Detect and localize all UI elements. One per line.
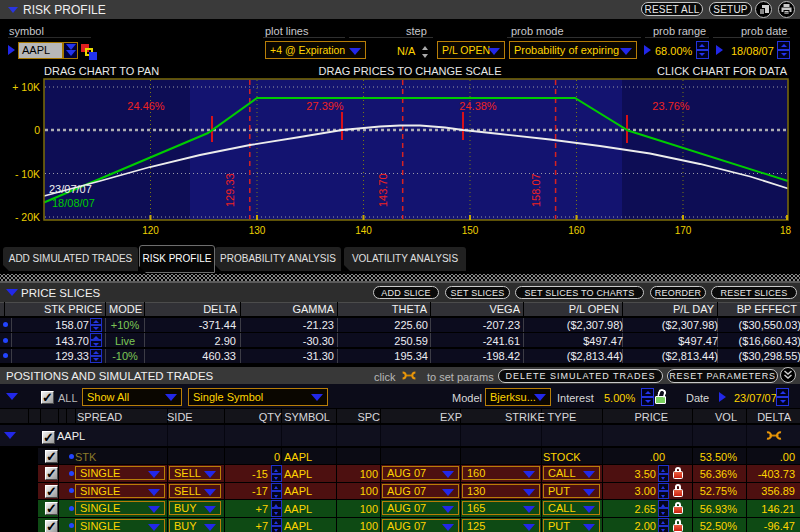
svg-text:160: 160	[568, 225, 585, 236]
svg-text:+ 10K: + 10K	[12, 81, 40, 93]
svg-text:158.07: 158.07	[530, 173, 542, 207]
svg-text:24.46%: 24.46%	[127, 100, 165, 112]
svg-text:143.70: 143.70	[377, 173, 389, 207]
svg-text:170: 170	[675, 225, 692, 236]
svg-text:129.33: 129.33	[224, 173, 236, 207]
svg-text:23/07/07: 23/07/07	[49, 183, 92, 195]
svg-text:- 20K: - 20K	[15, 211, 40, 223]
svg-text:18/08/07: 18/08/07	[52, 197, 95, 209]
svg-text:DRAG CHART TO PAN: DRAG CHART TO PAN	[44, 65, 159, 77]
svg-text:0: 0	[34, 124, 40, 136]
svg-text:18: 18	[780, 225, 792, 236]
svg-text:150: 150	[462, 225, 479, 236]
svg-text:120: 120	[142, 225, 159, 236]
svg-text:27.39%: 27.39%	[306, 100, 344, 112]
svg-text:130: 130	[249, 225, 266, 236]
svg-text:CLICK CHART FOR DATA: CLICK CHART FOR DATA	[657, 65, 788, 77]
svg-text:24.38%: 24.38%	[459, 100, 497, 112]
svg-text:140: 140	[355, 225, 372, 236]
svg-text:- 10K: - 10K	[15, 168, 40, 180]
svg-text:23.76%: 23.76%	[652, 100, 690, 112]
svg-text:DRAG PRICES TO CHANGE SCALE: DRAG PRICES TO CHANGE SCALE	[319, 65, 502, 77]
